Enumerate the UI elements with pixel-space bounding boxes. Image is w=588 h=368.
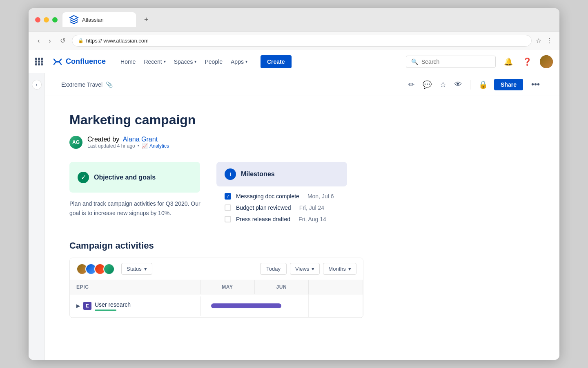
objective-description: Plan and track campaign activities for Q… <box>69 199 208 218</box>
confluence-logo-text: Confluence <box>66 57 106 66</box>
lock-icon: 🔒 <box>78 38 84 43</box>
milestone-item: Budget plan reviewed Fri, Jul 24 <box>225 204 355 211</box>
back-button[interactable]: ‹ <box>35 36 42 46</box>
sidebar-toggle-button[interactable]: › <box>32 80 42 90</box>
notifications-button[interactable]: 🔔 <box>502 56 514 68</box>
page-content: Exxtreme Travel 📎 ✏ 💬 ☆ 👁 🔒 Share ••• <box>45 73 559 360</box>
browser-titlebar: Atlassian + <box>29 8 559 31</box>
author-info: AG Created by Alana Grant Last updated 4… <box>69 136 363 149</box>
milestone-card: i Milestones <box>216 162 347 186</box>
page-more-button[interactable]: ••• <box>528 78 543 91</box>
watch-button[interactable]: 👁 <box>453 79 463 90</box>
months-button[interactable]: Months ▾ <box>323 263 356 275</box>
avatar-image <box>540 55 553 68</box>
milestone-2-date: Fri, Jul 24 <box>299 204 324 211</box>
address-bar[interactable]: 🔒 https:// www.atlassian.com <box>72 35 532 47</box>
recent-chevron-icon: ▾ <box>164 59 166 64</box>
edit-button[interactable]: ✏ <box>407 79 416 91</box>
tab-title: Atlassian <box>82 17 104 23</box>
restrict-button[interactable]: 🔒 <box>477 79 489 91</box>
browser-tab[interactable]: Atlassian <box>62 12 136 27</box>
tab-favicon-icon <box>69 15 79 25</box>
close-traffic-light[interactable] <box>35 17 40 22</box>
epic-progress-bar <box>95 310 116 311</box>
maximize-traffic-light[interactable] <box>52 17 58 22</box>
page-toolbar: Exxtreme Travel 📎 ✏ 💬 ☆ 👁 🔒 Share ••• <box>45 73 559 96</box>
apps-link[interactable]: Apps ▾ <box>227 56 251 67</box>
search-icon: 🔍 <box>411 58 418 65</box>
status-chevron-icon: ▾ <box>144 266 147 272</box>
confluence-logo[interactable]: Confluence <box>53 57 106 67</box>
analytics-link[interactable]: 📈 Analytics <box>142 143 169 149</box>
analytics-icon: 📈 <box>142 143 148 149</box>
col-header-epic: Epic <box>70 280 200 294</box>
created-by-label: Created by <box>87 136 119 143</box>
search-box[interactable]: 🔍 Search <box>406 56 496 68</box>
meta-separator: • <box>138 143 139 149</box>
milestone-checkbox-2[interactable] <box>225 204 231 211</box>
share-button[interactable]: Share <box>494 79 523 90</box>
traffic-lights <box>35 17 58 22</box>
reload-button[interactable]: ↺ <box>58 35 68 46</box>
gantt-header: Epic MAY JUN <box>70 280 363 294</box>
objective-label: Objective and goals <box>94 174 156 181</box>
attachment-icon[interactable]: 📎 <box>106 81 113 88</box>
updated-text: Last updated 4 hr ago <box>87 143 135 149</box>
milestone-3-label: Press release drafted <box>236 216 290 222</box>
col-header-may: MAY <box>200 280 255 294</box>
breadcrumb: Exxtreme Travel 📎 <box>61 81 113 88</box>
gantt-bar <box>211 303 281 308</box>
browser-addressbar: ‹ › ↺ 🔒 https:// www.atlassian.com ☆ ⋮ <box>29 31 559 50</box>
gantt-row: ▶ E User research <box>70 294 363 318</box>
new-tab-button[interactable]: + <box>141 14 152 26</box>
status-filter-button[interactable]: Status ▾ <box>121 263 152 275</box>
gantt-extra-cell <box>309 294 363 317</box>
author-created-line: Created by Alana Grant <box>87 136 169 143</box>
milestone-item: ✓ Messaging doc complete Mon, Jul 6 <box>225 193 355 200</box>
col-header-jun: JUN <box>255 280 309 294</box>
today-button[interactable]: Today <box>260 263 287 275</box>
months-chevron-icon: ▾ <box>348 266 351 272</box>
milestone-3-date: Fri, Aug 14 <box>298 216 326 222</box>
top-navigation: Confluence Home Recent ▾ Spaces ▾ People… <box>29 50 559 73</box>
user-avatar[interactable] <box>540 55 553 68</box>
views-button[interactable]: Views ▾ <box>290 263 320 275</box>
forward-button[interactable]: › <box>46 36 53 46</box>
author-details: Created by Alana Grant Last updated 4 hr… <box>87 136 169 149</box>
milestones-list: ✓ Messaging doc complete Mon, Jul 6 Budg… <box>225 193 355 222</box>
home-link[interactable]: Home <box>117 56 139 67</box>
epic-name: User research <box>95 301 131 308</box>
gantt-bar-area <box>200 294 309 317</box>
breadcrumb-text[interactable]: Exxtreme Travel <box>61 81 102 88</box>
document-title: Marketing campaign <box>69 112 363 128</box>
recent-link[interactable]: Recent ▾ <box>140 56 169 67</box>
epic-badge: E <box>83 302 91 310</box>
author-meta: Last updated 4 hr ago • 📈 Analytics <box>87 143 169 149</box>
milestone-checkbox-1[interactable]: ✓ <box>225 193 231 200</box>
app-content: Confluence Home Recent ▾ Spaces ▾ People… <box>29 50 559 360</box>
milestone-1-label: Messaging doc complete <box>236 193 299 200</box>
gantt-avatars <box>76 263 115 275</box>
star-button[interactable]: ☆ <box>438 79 448 91</box>
objective-check-icon: ✓ <box>78 172 89 183</box>
milestone-checkbox-3[interactable] <box>225 216 231 222</box>
sidebar-toggle-area: › <box>29 73 45 360</box>
grid-menu-icon[interactable] <box>35 58 43 65</box>
people-link[interactable]: People <box>201 56 226 67</box>
url-text: https:// www.atlassian.com <box>86 38 149 44</box>
nav-links: Home Recent ▾ Spaces ▾ People Apps ▾ <box>117 56 251 67</box>
bookmark-icon[interactable]: ☆ <box>536 37 541 45</box>
help-button[interactable]: ❓ <box>521 56 533 68</box>
minimize-traffic-light[interactable] <box>44 17 49 22</box>
create-button[interactable]: Create <box>261 55 292 68</box>
epic-expand-icon[interactable]: ▶ <box>76 303 80 309</box>
campaign-section-title: Campaign activities <box>69 240 363 251</box>
spaces-link[interactable]: Spaces ▾ <box>171 56 200 67</box>
comment-button[interactable]: 💬 <box>421 79 433 91</box>
browser-more-icon[interactable]: ⋮ <box>546 37 553 45</box>
gantt-right-controls: Today Views ▾ Months ▾ <box>260 263 356 275</box>
search-placeholder: Search <box>421 58 439 65</box>
toolbar-divider <box>470 80 470 90</box>
objective-card: ✓ Objective and goals <box>69 162 200 193</box>
author-name-link[interactable]: Alana Grant <box>123 136 158 143</box>
